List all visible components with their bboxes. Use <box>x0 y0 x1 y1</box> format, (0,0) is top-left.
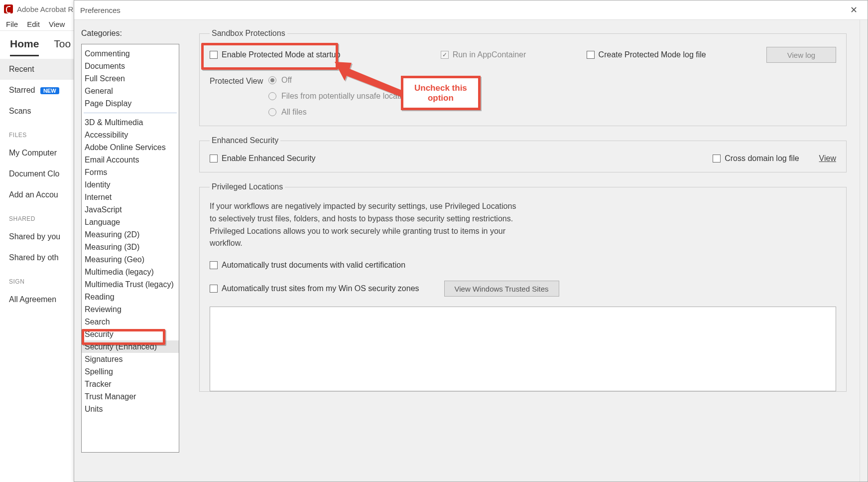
menu-edit[interactable]: Edit <box>27 20 40 28</box>
protected-view-label: Protected View <box>210 76 268 86</box>
radio-icon <box>268 108 276 116</box>
view-windows-trusted-sites-button[interactable]: View Windows Trusted Sites <box>444 281 559 297</box>
category-item[interactable]: Reading <box>82 291 179 303</box>
category-item[interactable]: JavaScript <box>82 203 179 216</box>
privileged-locations-list[interactable] <box>210 307 836 391</box>
sidebar-item-sharedbyothers[interactable]: Shared by oth <box>0 247 75 268</box>
category-item[interactable]: Adobe Online Services <box>82 141 179 154</box>
sidebar-header-shared: SHARED <box>0 205 75 226</box>
tab-home[interactable]: Home <box>10 38 39 56</box>
category-item[interactable]: Measuring (3D) <box>82 241 179 253</box>
sandbox-legend: Sandbox Protections <box>210 29 287 38</box>
protected-view-unsafe-radio: Files from potentially unsafe location <box>268 92 410 101</box>
category-item[interactable]: Measuring (Geo) <box>82 253 179 266</box>
sidebar-header-files: FILES <box>0 122 75 143</box>
create-log-checkbox[interactable]: Create Protected Mode log file <box>587 50 706 59</box>
checkbox-icon <box>210 285 218 293</box>
tab-tools[interactable]: Too <box>54 38 71 55</box>
sidebar-label: Starred <box>9 86 35 94</box>
checkbox-label: Enable Enhanced Security <box>222 154 316 163</box>
category-item[interactable]: Email Accounts <box>82 154 179 166</box>
checkbox-icon <box>210 51 218 59</box>
sandbox-section: Sandbox Protections Enable Protected Mod… <box>199 29 847 126</box>
category-item[interactable]: Commenting <box>82 47 179 60</box>
side-panel: Recent Starred NEW Scans FILES My Comput… <box>0 55 75 314</box>
protected-view-all-radio: All files <box>268 108 410 117</box>
category-item[interactable]: General <box>82 85 179 97</box>
category-item[interactable]: Signatures <box>82 353 179 365</box>
radio-label: All files <box>281 108 307 117</box>
enable-protected-mode-checkbox[interactable]: Enable Protected Mode at startup <box>210 50 340 59</box>
close-icon[interactable]: ✕ <box>846 4 862 15</box>
sidebar-item-sharedbyyou[interactable]: Shared by you <box>0 226 75 247</box>
category-item[interactable]: Page Display <box>82 97 179 110</box>
category-item[interactable]: Internet <box>82 191 179 203</box>
category-item[interactable]: Units <box>82 403 179 415</box>
enhanced-security-section: Enhanced Security Enable Enhanced Securi… <box>199 136 847 172</box>
sidebar-item-doccloud[interactable]: Document Clo <box>0 163 75 184</box>
category-item[interactable]: Full Screen <box>82 72 179 85</box>
category-item[interactable]: 3D & Multimedia <box>82 116 179 129</box>
app-title: Adobe Acrobat R <box>17 5 73 13</box>
checkbox-label: Enable Protected Mode at startup <box>222 50 340 59</box>
category-item[interactable]: Identity <box>82 178 179 191</box>
radio-label: Off <box>281 76 292 85</box>
privileged-description: If your workflows are negatively impacte… <box>210 200 523 250</box>
category-item[interactable]: Security (Enhanced) <box>82 340 179 353</box>
category-item[interactable]: Search <box>82 316 179 328</box>
radio-label: Files from potentially unsafe location <box>281 92 410 101</box>
sidebar-item-addaccount[interactable]: Add an Accou <box>0 184 75 205</box>
categories-panel: Categories: CommentingDocumentsFull Scre… <box>74 20 186 482</box>
radio-icon <box>268 76 276 84</box>
checkbox-label: Create Protected Mode log file <box>599 50 706 59</box>
enhanced-legend: Enhanced Security <box>210 136 280 145</box>
sidebar-item-recent[interactable]: Recent <box>0 59 75 80</box>
category-item[interactable]: Measuring (2D) <box>82 228 179 241</box>
dialog-titlebar[interactable]: Preferences ✕ <box>74 0 868 19</box>
dialog-scrollbar[interactable] <box>860 20 868 482</box>
view-link[interactable]: View <box>819 154 836 163</box>
protected-view-off-radio: Off <box>268 76 410 85</box>
category-item[interactable]: Spelling <box>82 365 179 378</box>
category-item[interactable]: Security <box>82 328 179 340</box>
dialog-title: Preferences <box>80 6 121 14</box>
sidebar-item-scans[interactable]: Scans <box>0 101 75 122</box>
category-divider <box>84 113 177 113</box>
privileged-legend: Privileged Locations <box>210 182 285 191</box>
settings-panel: Sandbox Protections Enable Protected Mod… <box>186 20 860 482</box>
enable-enhanced-security-checkbox[interactable]: Enable Enhanced Security <box>210 154 316 163</box>
sidebar-header-sign: SIGN <box>0 268 75 289</box>
checkbox-icon <box>587 51 595 59</box>
sidebar-item-mycomputer[interactable]: My Computer <box>0 143 75 163</box>
auto-trust-cert-checkbox[interactable]: Automatically trust documents with valid… <box>210 261 405 270</box>
privileged-locations-section: Privileged Locations If your workflows a… <box>199 182 847 392</box>
category-item[interactable]: Language <box>82 216 179 228</box>
checkbox-icon <box>210 155 218 162</box>
category-item[interactable]: Multimedia (legacy) <box>82 266 179 278</box>
category-item[interactable]: Multimedia Trust (legacy) <box>82 278 179 291</box>
categories-list[interactable]: CommentingDocumentsFull ScreenGeneralPag… <box>81 44 179 453</box>
radio-icon <box>268 92 276 100</box>
category-item[interactable]: Tracker <box>82 378 179 390</box>
adobe-logo-icon <box>4 4 13 13</box>
new-badge: NEW <box>40 87 59 94</box>
preferences-dialog: Preferences ✕ Categories: CommentingDocu… <box>74 0 868 482</box>
categories-label: Categories: <box>81 29 179 38</box>
auto-trust-win-checkbox[interactable]: Automatically trust sites from my Win OS… <box>210 284 419 293</box>
menu-view[interactable]: View <box>49 20 65 28</box>
checkbox-label: Run in AppContainer <box>453 50 526 59</box>
category-item[interactable]: Documents <box>82 60 179 72</box>
category-item[interactable]: Accessibility <box>82 129 179 141</box>
menu-file[interactable]: File <box>6 20 18 28</box>
checkbox-label: Automatically trust sites from my Win OS… <box>222 284 419 293</box>
category-item[interactable]: Reviewing <box>82 303 179 316</box>
category-item[interactable]: Trust Manager <box>82 390 179 403</box>
sidebar-item-agreements[interactable]: All Agreemen <box>0 289 75 310</box>
checkbox-label: Cross domain log file <box>725 154 799 163</box>
checkbox-icon <box>713 155 721 162</box>
cross-domain-log-checkbox[interactable]: Cross domain log file <box>713 154 799 163</box>
category-item[interactable]: Forms <box>82 166 179 178</box>
sidebar-item-starred[interactable]: Starred NEW <box>0 80 75 101</box>
checkbox-label: Automatically trust documents with valid… <box>222 261 405 270</box>
view-log-button: View log <box>766 47 836 63</box>
